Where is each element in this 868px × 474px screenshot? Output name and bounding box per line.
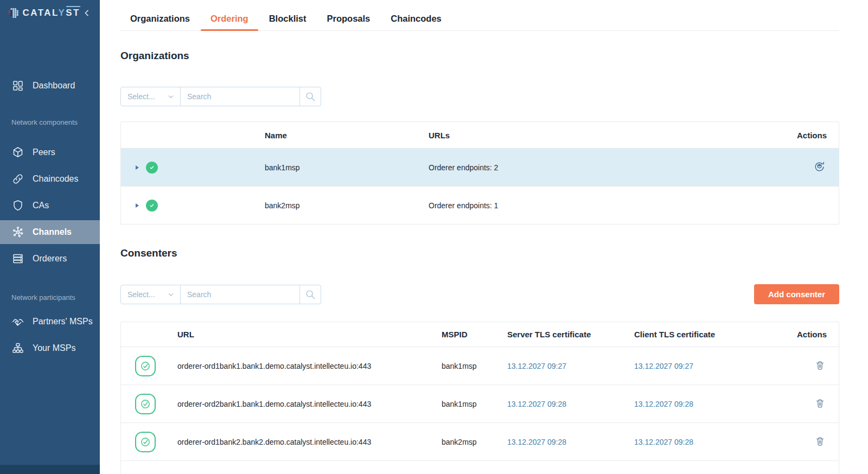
chevron-down-icon — [167, 291, 175, 298]
sidebar-item-cas[interactable]: CAs — [0, 194, 100, 217]
status-ok-icon — [135, 432, 156, 452]
expand-row-icon[interactable] — [136, 165, 139, 170]
handshake-icon — [11, 315, 24, 328]
tab-proposals[interactable]: Proposals — [317, 7, 380, 30]
column-header-client-tls: Client TLS certificate — [634, 330, 790, 339]
org-urls: Orderer endpoints: 2 — [429, 163, 790, 172]
client-tls-cert-link[interactable]: 13.12.2027 09:28 — [634, 438, 693, 446]
catalyst-logo-icon — [8, 7, 18, 19]
sidebar-item-label: Chaincodes — [33, 174, 79, 184]
client-tls-cert-link[interactable]: 13.12.2027 09:27 — [634, 362, 693, 370]
org-urls: Orderer endpoints: 1 — [429, 201, 790, 210]
sidebar-item-dashboard[interactable]: Dashboard — [0, 74, 100, 98]
consenter-mspid: bank2msp — [442, 438, 507, 446]
delete-consenter-button[interactable] — [813, 358, 827, 374]
sidebar-item-orderers[interactable]: Orderers — [0, 247, 100, 271]
sidebar-item-partners-msps[interactable]: Partners' MSPs — [0, 310, 100, 334]
sync-cube-icon — [813, 161, 826, 173]
sidebar-section-network-components: Network components — [0, 118, 100, 126]
status-ok-icon — [135, 394, 156, 414]
organizations-filter-row: Select... — [120, 87, 839, 106]
org-name: bank2msp — [265, 201, 429, 210]
expand-row-icon[interactable] — [136, 203, 139, 208]
chevron-down-icon — [167, 93, 175, 100]
table-filler — [121, 460, 839, 474]
table-row[interactable]: bank2msp Orderer endpoints: 1 — [121, 186, 839, 224]
logo: CATALYST — [0, 0, 100, 26]
tab-blocklist[interactable]: Blocklist — [259, 7, 316, 30]
trash-icon — [814, 360, 826, 371]
column-header-urls: URLs — [429, 131, 790, 140]
tab-ordering[interactable]: Ordering — [201, 7, 258, 30]
sidebar-item-label: Orderers — [33, 254, 67, 264]
sidebar-collapse-button[interactable] — [80, 7, 93, 20]
sidebar-item-label: CAs — [33, 201, 49, 210]
chevron-left-icon — [82, 9, 91, 17]
organizations-table: Name URLs Actions bank1msp Orderer endpo… — [120, 121, 839, 225]
column-header-name: Name — [265, 131, 429, 140]
consenters-filter-row: Select... Add consenter — [120, 284, 839, 304]
sidebar-item-channels[interactable]: Channels — [0, 220, 100, 244]
organizations-filter-select[interactable]: Select... — [120, 87, 181, 106]
hub-icon — [11, 226, 24, 239]
consenters-section-title: Consenters — [120, 247, 839, 259]
consenter-mspid: bank1msp — [442, 400, 507, 408]
sync-orderer-button[interactable] — [812, 159, 827, 176]
table-row[interactable]: bank1msp Orderer endpoints: 2 — [121, 148, 839, 186]
consenter-url: orderer-ord2bank1.bank1.demo.catalyst.in… — [177, 400, 442, 408]
consenter-mspid: bank1msp — [442, 362, 507, 370]
server-tls-cert-link[interactable]: 13.12.2027 09:28 — [507, 400, 566, 408]
sidebar-item-your-msps[interactable]: Your MSPs — [0, 336, 100, 360]
consenters-search-button[interactable] — [300, 285, 321, 304]
cube-icon — [11, 146, 24, 159]
consenters-table-header: URL MSPID Server TLS certificate Client … — [121, 322, 839, 347]
consenter-url: orderer-ord1bank1.bank1.demo.catalyst.in… — [177, 362, 442, 370]
status-ok-icon — [135, 356, 156, 376]
select-placeholder: Select... — [127, 92, 155, 101]
sidebar-item-label: Partners' MSPs — [33, 317, 93, 326]
client-tls-cert-link[interactable]: 13.12.2027 09:28 — [634, 400, 693, 408]
main-content: Organizations Ordering Blocklist Proposa… — [100, 0, 868, 474]
sidebar-item-chaincodes[interactable]: Chaincodes — [0, 167, 100, 191]
organizations-search-input[interactable] — [181, 87, 300, 106]
server-stack-icon — [11, 252, 24, 265]
org-name: bank1msp — [265, 163, 429, 172]
sidebar-bottom-strip — [0, 465, 100, 474]
tab-bar: Organizations Ordering Blocklist Proposa… — [120, 0, 839, 31]
organizations-search-button[interactable] — [300, 87, 321, 106]
shield-icon — [11, 199, 24, 212]
column-header-actions: Actions — [790, 131, 839, 140]
consenters-filter-select[interactable]: Select... — [120, 285, 181, 304]
column-header-url: URL — [177, 330, 442, 339]
table-row[interactable]: orderer-ord1bank1.bank1.demo.catalyst.in… — [121, 347, 839, 385]
sidebar-item-label: Dashboard — [33, 81, 75, 91]
table-row[interactable]: orderer-ord1bank2.bank2.demo.catalyst.in… — [121, 422, 839, 460]
trash-icon — [814, 435, 826, 447]
search-icon — [304, 289, 316, 300]
tab-organizations[interactable]: Organizations — [120, 7, 200, 30]
hierarchy-icon — [11, 342, 24, 355]
sidebar-item-label: Channels — [33, 227, 72, 237]
sidebar-item-label: Peers — [33, 148, 55, 157]
add-consenter-button[interactable]: Add consenter — [754, 284, 839, 304]
sidebar: CATALYST Dashboard Network components Pe… — [0, 0, 100, 474]
sidebar-item-label: Your MSPs — [33, 343, 75, 353]
tab-chaincodes[interactable]: Chaincodes — [381, 7, 451, 30]
consenter-url: orderer-ord1bank2.bank2.demo.catalyst.in… — [177, 438, 442, 446]
column-header-actions: Actions — [790, 330, 839, 339]
server-tls-cert-link[interactable]: 13.12.2027 09:27 — [507, 362, 566, 370]
status-ok-icon — [146, 162, 158, 174]
delete-consenter-button[interactable] — [813, 434, 827, 450]
link-icon — [11, 172, 24, 185]
status-ok-icon — [146, 200, 158, 212]
server-tls-cert-link[interactable]: 13.12.2027 09:28 — [507, 438, 566, 446]
delete-consenter-button[interactable] — [813, 396, 827, 412]
consenters-search-input[interactable] — [181, 285, 300, 304]
table-row[interactable]: orderer-ord2bank1.bank1.demo.catalyst.in… — [121, 385, 839, 422]
consenters-table: URL MSPID Server TLS certificate Client … — [120, 322, 839, 474]
sidebar-item-peers[interactable]: Peers — [0, 140, 100, 164]
organizations-section-title: Organizations — [120, 50, 839, 62]
column-header-mspid: MSPID — [442, 330, 507, 339]
column-header-server-tls: Server TLS certificate — [507, 330, 634, 339]
organizations-table-header: Name URLs Actions — [121, 122, 839, 148]
